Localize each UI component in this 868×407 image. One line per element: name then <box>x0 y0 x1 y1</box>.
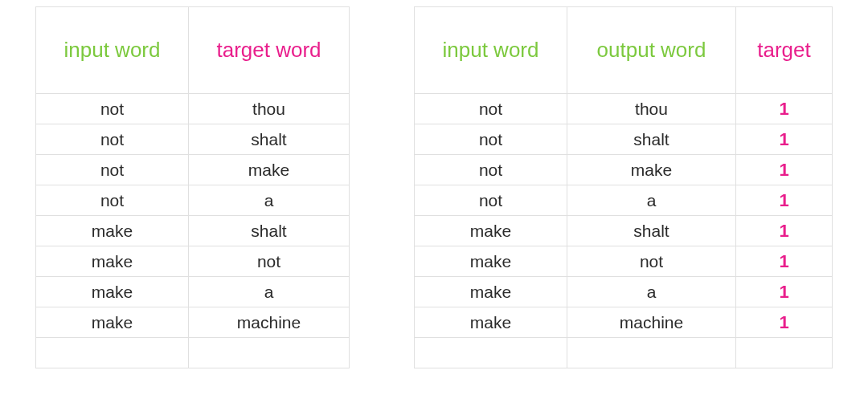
cell-output-word: a <box>567 277 736 307</box>
cell-output-word: make <box>567 155 736 185</box>
table-row: make shalt 1 <box>415 216 833 246</box>
cell-input-word: make <box>36 277 189 307</box>
cell-output-word: machine <box>567 307 736 338</box>
table-row: make shalt <box>36 216 350 246</box>
cell-input-word: not <box>36 124 189 155</box>
cell-output-word: thou <box>567 94 736 124</box>
cell-target-word: a <box>189 185 350 216</box>
cell-target-word: machine <box>189 307 350 338</box>
skipgram-labeled-table: input word output word target not thou 1… <box>414 6 833 368</box>
cell-target: 1 <box>736 185 833 216</box>
table-row: make machine 1 <box>415 307 833 338</box>
cell-empty <box>36 338 189 368</box>
table-row: not thou 1 <box>415 94 833 124</box>
cell-empty <box>415 338 567 368</box>
col-header-input-word: input word <box>415 7 567 94</box>
cell-target: 1 <box>736 277 833 307</box>
cell-target-word: not <box>189 246 350 277</box>
table-row-empty <box>36 338 350 368</box>
table-row: not make 1 <box>415 155 833 185</box>
cell-input-word: not <box>415 155 567 185</box>
table-row: make machine <box>36 307 350 338</box>
col-header-input-word: input word <box>36 7 189 94</box>
skipgram-pairs-table: input word target word not thou not shal… <box>35 6 350 368</box>
table-row: not make <box>36 155 350 185</box>
table-row: not thou <box>36 94 350 124</box>
col-header-target-word: target word <box>189 7 350 94</box>
cell-target: 1 <box>736 246 833 277</box>
col-header-output-word: output word <box>567 7 736 94</box>
table-row-empty <box>415 338 833 368</box>
table-row: not a <box>36 185 350 216</box>
cell-target: 1 <box>736 155 833 185</box>
cell-input-word: make <box>415 246 567 277</box>
cell-input-word: make <box>36 307 189 338</box>
cell-target-word: thou <box>189 94 350 124</box>
cell-output-word: shalt <box>567 124 736 155</box>
cell-output-word: a <box>567 185 736 216</box>
table-row: not shalt 1 <box>415 124 833 155</box>
cell-input-word: make <box>415 307 567 338</box>
col-header-target: target <box>736 7 833 94</box>
cell-target-word: shalt <box>189 216 350 246</box>
table-row: not shalt <box>36 124 350 155</box>
cell-input-word: make <box>415 216 567 246</box>
cell-input-word: make <box>36 246 189 277</box>
cell-target: 1 <box>736 94 833 124</box>
table-header-row: input word target word <box>36 7 350 94</box>
cell-input-word: not <box>415 94 567 124</box>
cell-output-word: shalt <box>567 216 736 246</box>
table-row: not a 1 <box>415 185 833 216</box>
table-row: make a <box>36 277 350 307</box>
cell-empty <box>567 338 736 368</box>
cell-input-word: make <box>415 277 567 307</box>
cell-empty <box>189 338 350 368</box>
table-row: make a 1 <box>415 277 833 307</box>
cell-input-word: not <box>36 94 189 124</box>
cell-input-word: not <box>415 185 567 216</box>
cell-output-word: not <box>567 246 736 277</box>
cell-target: 1 <box>736 216 833 246</box>
cell-input-word: make <box>36 216 189 246</box>
cell-empty <box>736 338 833 368</box>
cell-target: 1 <box>736 307 833 338</box>
cell-target-word: a <box>189 277 350 307</box>
cell-input-word: not <box>415 124 567 155</box>
cell-target-word: shalt <box>189 124 350 155</box>
cell-target: 1 <box>736 124 833 155</box>
table-row: make not 1 <box>415 246 833 277</box>
cell-input-word: not <box>36 185 189 216</box>
table-header-row: input word output word target <box>415 7 833 94</box>
cell-target-word: make <box>189 155 350 185</box>
cell-input-word: not <box>36 155 189 185</box>
table-row: make not <box>36 246 350 277</box>
